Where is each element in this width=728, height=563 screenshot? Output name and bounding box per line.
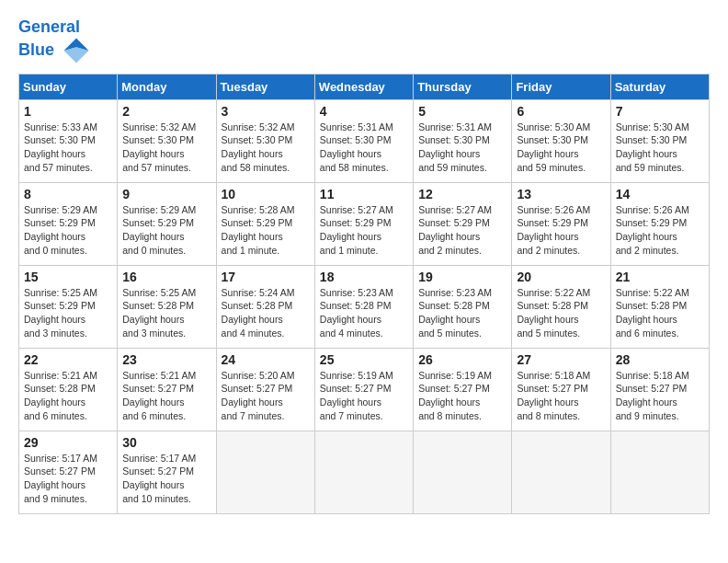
day-number: 8 (24, 187, 112, 201)
day-number: 23 (122, 352, 210, 367)
day-info: Sunrise: 5:32 AM Sunset: 5:30 PM Dayligh… (222, 121, 310, 175)
day-info: Sunrise: 5:27 AM Sunset: 5:29 PM Dayligh… (418, 203, 506, 258)
weekday-tuesday: Tuesday (216, 74, 314, 99)
day-number: 10 (222, 187, 310, 201)
calendar-cell: 7 Sunrise: 5:30 AM Sunset: 5:30 PM Dayli… (610, 99, 709, 182)
day-info: Sunrise: 5:18 AM Sunset: 5:27 PM Dayligh… (517, 369, 605, 423)
day-number: 24 (222, 352, 310, 367)
day-info: Sunrise: 5:19 AM Sunset: 5:27 PM Dayligh… (418, 369, 506, 423)
day-info: Sunrise: 5:25 AM Sunset: 5:28 PM Dayligh… (122, 286, 210, 340)
day-number: 22 (24, 352, 112, 367)
day-info: Sunrise: 5:23 AM Sunset: 5:28 PM Dayligh… (320, 286, 408, 340)
day-number: 4 (320, 104, 408, 119)
weekday-saturday: Saturday (610, 74, 709, 99)
calendar-cell: 6 Sunrise: 5:30 AM Sunset: 5:30 PM Dayli… (512, 99, 610, 182)
day-number: 9 (122, 187, 210, 201)
day-info: Sunrise: 5:28 AM Sunset: 5:29 PM Dayligh… (222, 203, 310, 258)
calendar-cell: 3 Sunrise: 5:32 AM Sunset: 5:30 PM Dayli… (216, 99, 314, 182)
week-row-5: 29 Sunrise: 5:17 AM Sunset: 5:27 PM Dayl… (19, 431, 710, 513)
day-info: Sunrise: 5:21 AM Sunset: 5:27 PM Dayligh… (122, 369, 210, 423)
day-number: 7 (616, 104, 704, 119)
calendar-cell: 27 Sunrise: 5:18 AM Sunset: 5:27 PM Dayl… (512, 348, 610, 431)
day-number: 18 (320, 270, 408, 284)
day-number: 29 (24, 435, 112, 450)
calendar-cell: 10 Sunrise: 5:28 AM Sunset: 5:29 PM Dayl… (216, 182, 314, 265)
calendar-cell: 20 Sunrise: 5:22 AM Sunset: 5:28 PM Dayl… (512, 265, 610, 348)
calendar-cell: 16 Sunrise: 5:25 AM Sunset: 5:28 PM Dayl… (118, 265, 216, 348)
day-info: Sunrise: 5:29 AM Sunset: 5:29 PM Dayligh… (122, 203, 210, 258)
calendar-cell: 25 Sunrise: 5:19 AM Sunset: 5:27 PM Dayl… (314, 348, 413, 431)
calendar-cell (314, 431, 413, 513)
day-info: Sunrise: 5:30 AM Sunset: 5:30 PM Dayligh… (517, 121, 605, 175)
day-number: 26 (418, 352, 506, 367)
calendar-cell: 24 Sunrise: 5:20 AM Sunset: 5:27 PM Dayl… (216, 348, 314, 431)
calendar-cell: 26 Sunrise: 5:19 AM Sunset: 5:27 PM Dayl… (414, 348, 512, 431)
calendar-cell (414, 431, 512, 513)
calendar-cell: 9 Sunrise: 5:29 AM Sunset: 5:29 PM Dayli… (118, 182, 216, 265)
day-info: Sunrise: 5:17 AM Sunset: 5:27 PM Dayligh… (24, 452, 112, 506)
week-row-2: 8 Sunrise: 5:29 AM Sunset: 5:29 PM Dayli… (19, 182, 710, 265)
week-row-4: 22 Sunrise: 5:21 AM Sunset: 5:28 PM Dayl… (19, 348, 710, 431)
calendar-cell: 1 Sunrise: 5:33 AM Sunset: 5:30 PM Dayli… (19, 99, 118, 182)
day-number: 15 (24, 270, 112, 284)
day-number: 6 (517, 104, 605, 119)
day-info: Sunrise: 5:24 AM Sunset: 5:28 PM Dayligh… (222, 286, 310, 340)
day-info: Sunrise: 5:29 AM Sunset: 5:29 PM Dayligh… (24, 203, 112, 258)
logo-general: General (18, 17, 80, 36)
day-number: 20 (517, 270, 605, 284)
day-info: Sunrise: 5:20 AM Sunset: 5:27 PM Dayligh… (222, 369, 310, 423)
week-row-1: 1 Sunrise: 5:33 AM Sunset: 5:30 PM Dayli… (19, 99, 710, 182)
day-info: Sunrise: 5:25 AM Sunset: 5:29 PM Dayligh… (24, 286, 112, 340)
weekday-wednesday: Wednesday (314, 74, 413, 99)
day-info: Sunrise: 5:23 AM Sunset: 5:28 PM Dayligh… (418, 286, 506, 340)
day-info: Sunrise: 5:27 AM Sunset: 5:29 PM Dayligh… (320, 203, 408, 258)
day-info: Sunrise: 5:32 AM Sunset: 5:30 PM Dayligh… (122, 121, 210, 175)
week-row-3: 15 Sunrise: 5:25 AM Sunset: 5:29 PM Dayl… (19, 265, 710, 348)
day-number: 13 (517, 187, 605, 201)
day-info: Sunrise: 5:18 AM Sunset: 5:27 PM Dayligh… (616, 369, 704, 423)
calendar-cell: 14 Sunrise: 5:26 AM Sunset: 5:29 PM Dayl… (610, 182, 709, 265)
day-number: 17 (222, 270, 310, 284)
calendar-cell: 23 Sunrise: 5:21 AM Sunset: 5:27 PM Dayl… (118, 348, 216, 431)
calendar-cell: 15 Sunrise: 5:25 AM Sunset: 5:29 PM Dayl… (19, 265, 118, 348)
calendar-table: SundayMondayTuesdayWednesdayThursdayFrid… (18, 74, 710, 514)
logo: General Blue (18, 18, 90, 64)
day-number: 2 (122, 104, 210, 119)
day-info: Sunrise: 5:26 AM Sunset: 5:29 PM Dayligh… (517, 203, 605, 258)
day-number: 30 (122, 435, 210, 450)
calendar-cell: 4 Sunrise: 5:31 AM Sunset: 5:30 PM Dayli… (314, 99, 413, 182)
calendar-cell (610, 431, 709, 513)
weekday-thursday: Thursday (414, 74, 512, 99)
day-number: 16 (122, 270, 210, 284)
day-number: 28 (616, 352, 704, 367)
calendar-cell (512, 431, 610, 513)
calendar-cell: 17 Sunrise: 5:24 AM Sunset: 5:28 PM Dayl… (216, 265, 314, 348)
weekday-header-row: SundayMondayTuesdayWednesdayThursdayFrid… (19, 74, 710, 99)
calendar-cell: 2 Sunrise: 5:32 AM Sunset: 5:30 PM Dayli… (118, 99, 216, 182)
calendar-cell: 21 Sunrise: 5:22 AM Sunset: 5:28 PM Dayl… (610, 265, 709, 348)
day-number: 14 (616, 187, 704, 201)
day-number: 27 (517, 352, 605, 367)
day-info: Sunrise: 5:22 AM Sunset: 5:28 PM Dayligh… (616, 286, 704, 340)
day-info: Sunrise: 5:31 AM Sunset: 5:30 PM Dayligh… (418, 121, 506, 175)
calendar-cell: 11 Sunrise: 5:27 AM Sunset: 5:29 PM Dayl… (314, 182, 413, 265)
day-number: 19 (418, 270, 506, 284)
day-info: Sunrise: 5:33 AM Sunset: 5:30 PM Dayligh… (24, 121, 112, 175)
day-info: Sunrise: 5:19 AM Sunset: 5:27 PM Dayligh… (320, 369, 408, 423)
calendar-cell: 22 Sunrise: 5:21 AM Sunset: 5:28 PM Dayl… (19, 348, 118, 431)
day-number: 12 (418, 187, 506, 201)
day-number: 11 (320, 187, 408, 201)
calendar-cell: 8 Sunrise: 5:29 AM Sunset: 5:29 PM Dayli… (19, 182, 118, 265)
calendar-cell: 18 Sunrise: 5:23 AM Sunset: 5:28 PM Dayl… (314, 265, 413, 348)
calendar-cell: 30 Sunrise: 5:17 AM Sunset: 5:27 PM Dayl… (118, 431, 216, 513)
day-number: 5 (418, 104, 506, 119)
logo-blue: Blue (18, 40, 54, 59)
logo-icon (63, 37, 90, 64)
weekday-friday: Friday (512, 74, 610, 99)
calendar-cell (216, 431, 314, 513)
day-info: Sunrise: 5:17 AM Sunset: 5:27 PM Dayligh… (122, 452, 210, 506)
day-number: 21 (616, 270, 704, 284)
day-info: Sunrise: 5:31 AM Sunset: 5:30 PM Dayligh… (320, 121, 408, 175)
day-info: Sunrise: 5:26 AM Sunset: 5:29 PM Dayligh… (616, 203, 704, 258)
day-number: 3 (222, 104, 310, 119)
